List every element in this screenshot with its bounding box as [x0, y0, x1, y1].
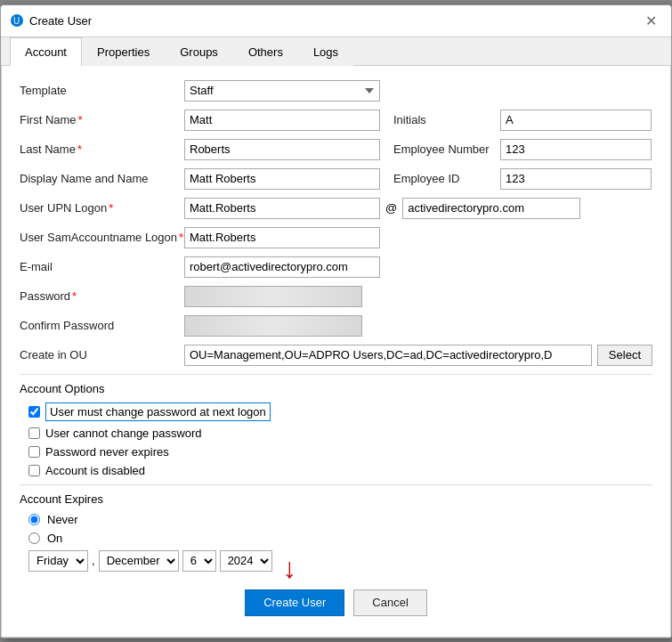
- email-label: E-mail: [20, 260, 184, 273]
- date-comma: ,: [92, 554, 95, 567]
- checkbox-must-change: User must change password at next logon: [28, 402, 652, 421]
- never-expires-checkbox[interactable]: [28, 446, 40, 458]
- radio-never-label[interactable]: Never: [47, 513, 78, 526]
- ou-label: Create in OU: [20, 348, 184, 362]
- ou-select-button[interactable]: Select: [597, 345, 652, 366]
- lastname-row: Last Name* Employee Number: [20, 138, 652, 161]
- never-expires-label[interactable]: Password never expires: [45, 445, 169, 459]
- account-options-section: Account Options User must change passwor…: [20, 382, 652, 477]
- initials-input[interactable]: [500, 110, 652, 131]
- window-icon: U: [10, 13, 24, 28]
- sam-input[interactable]: [184, 227, 380, 248]
- radio-never[interactable]: [28, 514, 40, 525]
- upn-input-group: @: [184, 198, 580, 219]
- radio-on[interactable]: [28, 532, 40, 544]
- firstname-input[interactable]: [184, 110, 380, 131]
- account-expires-section: Account Expires Never On Friday , Decemb…: [20, 492, 652, 572]
- title-bar: U Create User ✕: [1, 5, 671, 37]
- employee-id-label: Employee ID: [393, 172, 500, 185]
- must-change-checkbox[interactable]: [28, 406, 40, 418]
- checkbox-cannot-change: User cannot change password: [28, 427, 652, 440]
- confirm-password-row: Confirm Password: [20, 314, 652, 337]
- displayname-label: Display Name and Name: [20, 172, 184, 185]
- create-user-window: U Create User ✕ Account Properties Group…: [0, 4, 672, 638]
- footer: ↓ Create User Cancel: [20, 579, 652, 623]
- ou-row: Create in OU Select: [20, 344, 652, 367]
- at-symbol: @: [380, 201, 402, 215]
- template-row: Template Staff: [20, 79, 652, 102]
- divider-1: [20, 374, 652, 375]
- day-num-select[interactable]: 6: [182, 550, 216, 572]
- tab-account[interactable]: Account: [10, 37, 82, 66]
- account-options-header: Account Options: [20, 382, 652, 395]
- window-title: Create User: [29, 14, 92, 28]
- email-row: E-mail: [20, 256, 652, 279]
- employee-id-input[interactable]: [500, 168, 652, 190]
- form-content: Template Staff First Name* Initials Last…: [1, 66, 671, 638]
- email-input[interactable]: [184, 256, 380, 278]
- firstname-label: First Name*: [20, 113, 184, 126]
- divider-2: [20, 484, 652, 485]
- radio-on-row: On: [28, 532, 652, 545]
- password-row: Password*: [20, 285, 652, 308]
- template-select[interactable]: Staff: [184, 80, 380, 102]
- sam-row: User SamAccountname Logon*: [20, 226, 652, 249]
- firstname-row: First Name* Initials: [20, 109, 652, 132]
- ou-input-group: Select: [184, 345, 652, 366]
- confirm-password-input[interactable]: [184, 315, 362, 337]
- cannot-change-label[interactable]: User cannot change password: [45, 427, 202, 440]
- employee-number-input[interactable]: [500, 139, 652, 160]
- ou-input[interactable]: [184, 345, 592, 366]
- upn-input[interactable]: [184, 198, 380, 219]
- password-label: Password*: [20, 289, 184, 303]
- tab-bar: Account Properties Groups Others Logs: [1, 37, 671, 66]
- initials-label: Initials: [393, 113, 500, 126]
- month-select[interactable]: December: [99, 550, 179, 572]
- radio-never-row: Never: [28, 513, 652, 526]
- upn-domain-input[interactable]: [402, 198, 580, 219]
- cancel-button[interactable]: Cancel: [353, 589, 426, 616]
- radio-on-label[interactable]: On: [47, 532, 62, 545]
- tab-groups[interactable]: Groups: [165, 37, 233, 66]
- template-label: Template: [20, 84, 184, 97]
- disabled-label[interactable]: Account is disabled: [45, 464, 145, 477]
- displayname-row: Display Name and Name Employee ID: [20, 167, 652, 191]
- title-bar-left: U Create User: [10, 13, 92, 28]
- year-select[interactable]: 2024: [220, 550, 272, 572]
- lastname-label: Last Name*: [20, 142, 184, 156]
- tab-others[interactable]: Others: [233, 37, 298, 66]
- must-change-label[interactable]: User must change password at next logon: [45, 402, 271, 421]
- tab-properties[interactable]: Properties: [82, 37, 165, 66]
- employee-number-label: Employee Number: [393, 142, 500, 156]
- cannot-change-checkbox[interactable]: [28, 427, 40, 439]
- checkbox-disabled: Account is disabled: [28, 464, 652, 477]
- checkbox-never-expires: Password never expires: [28, 445, 652, 459]
- day-name-select[interactable]: Friday: [28, 550, 88, 572]
- sam-label: User SamAccountname Logon*: [20, 231, 184, 244]
- create-user-button[interactable]: Create User: [245, 589, 344, 616]
- window-close-button[interactable]: ✕: [640, 11, 662, 31]
- date-dropdown: Friday , December 6 2024: [28, 550, 652, 572]
- lastname-input[interactable]: [184, 139, 380, 160]
- upn-label: User UPN Logon*: [20, 201, 184, 215]
- disabled-checkbox[interactable]: [28, 465, 40, 476]
- displayname-input[interactable]: [184, 168, 380, 190]
- upn-row: User UPN Logon* @: [20, 197, 652, 220]
- svg-text:U: U: [13, 16, 20, 26]
- password-input[interactable]: [184, 286, 362, 307]
- tab-logs[interactable]: Logs: [298, 37, 353, 66]
- confirm-password-label: Confirm Password: [20, 319, 184, 332]
- account-expires-header: Account Expires: [20, 492, 652, 506]
